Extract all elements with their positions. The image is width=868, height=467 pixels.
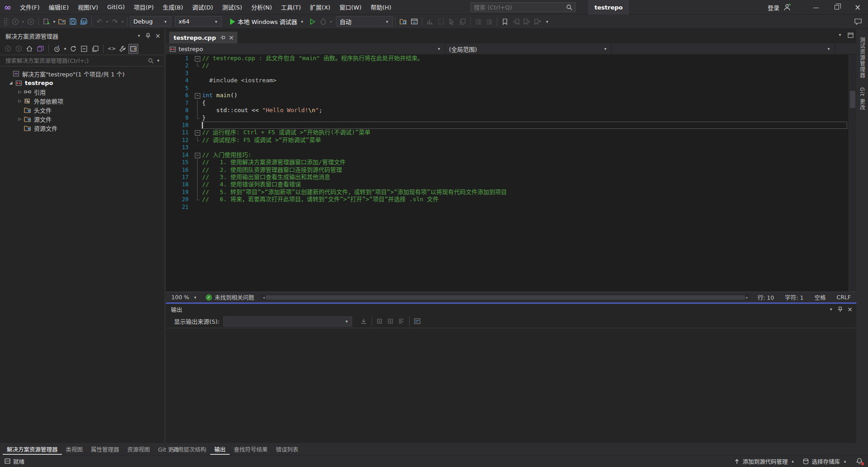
scrollbar-thumb[interactable] xyxy=(850,91,855,108)
save-icon[interactable] xyxy=(67,16,78,27)
window-position-dropdown[interactable]: ▾ xyxy=(137,33,141,38)
scroll-right-icon[interactable]: ▸ xyxy=(745,294,750,301)
code-line-19[interactable]: 19// 5. 转到“项目”>“添加新项”以创建新的代码文件，或转到“项目”>“… xyxy=(166,189,856,196)
menu-item-6[interactable]: 调试(D) xyxy=(188,0,217,14)
expander-collapsed-icon[interactable]: ▷ xyxy=(16,90,24,94)
code-line-3[interactable]: 3 xyxy=(166,70,856,77)
window-position-dropdown[interactable]: ▾ xyxy=(829,307,833,311)
tree-item-4[interactable]: 头文件 xyxy=(0,105,164,114)
code-line-21[interactable]: 21 xyxy=(166,203,856,211)
filter-dropdown[interactable]: ▾ xyxy=(63,47,67,51)
code-line-20[interactable]: 20// 6. 将来，若要再次打开此项目，请转到“文件”>“打开”>“项目”并选… xyxy=(166,196,856,203)
code-metrics-icon[interactable] xyxy=(425,16,435,27)
collapse-all-icon[interactable] xyxy=(79,44,89,54)
back-icon[interactable] xyxy=(3,44,13,54)
code-line-8[interactable]: 8 std::cout << "Hello World!\n"; xyxy=(166,107,856,114)
tree-item-0[interactable]: 解决方案"testrepo"(1 个项目/共 1 个) xyxy=(0,69,164,78)
tool-tab-2[interactable]: 属性管理器 xyxy=(87,443,123,455)
jump-to-message-icon[interactable] xyxy=(359,316,369,326)
solution-explorer-search[interactable]: ▾ xyxy=(0,55,164,66)
copy-items-icon[interactable] xyxy=(457,16,468,27)
expander-collapsed-icon[interactable]: ▷ xyxy=(16,99,24,103)
output-header[interactable]: 输出 ▾ × xyxy=(166,304,856,315)
code-line-17[interactable]: 17// 3. 使用输出窗口查看生成输出和其他消息 xyxy=(166,174,856,181)
code-line-18[interactable]: 18// 4. 使用错误列表窗口查看错误 xyxy=(166,181,856,188)
hot-reload-mode-combo[interactable]: 自动▾ xyxy=(336,16,393,27)
refresh-icon[interactable] xyxy=(68,44,78,54)
open-folder-icon[interactable] xyxy=(57,16,67,27)
solution-name-badge[interactable]: testrepo xyxy=(588,0,629,14)
output-source-combo[interactable]: ▾ xyxy=(223,316,352,326)
code-line-11[interactable]: 11// 运行程序: Ctrl + F5 或调试 >“开始执行(不调试)”菜单 xyxy=(166,129,856,136)
code-line-12[interactable]: 12// 调试程序: F5 或调试 >“开始调试”菜单 xyxy=(166,137,856,144)
menu-item-10[interactable]: 扩展(X) xyxy=(306,0,335,14)
tool-tab-0[interactable]: 解决方案资源管理器 xyxy=(3,443,62,455)
hot-reload-icon[interactable] xyxy=(318,16,329,27)
new-project-icon[interactable] xyxy=(41,16,52,27)
redo-dropdown[interactable]: ▾ xyxy=(120,19,125,24)
clear-all-icon[interactable] xyxy=(396,316,407,326)
search-input[interactable] xyxy=(474,4,566,11)
float-window-icon[interactable] xyxy=(848,33,854,38)
fold-collapse-icon[interactable] xyxy=(195,129,201,136)
code-line-16[interactable]: 16// 2. 使用团队资源管理器窗口连接到源代码管理 xyxy=(166,166,856,174)
status-indent-mode[interactable]: 空格 xyxy=(809,293,831,302)
fold-collapse-icon[interactable] xyxy=(195,151,201,159)
fold-collapse-icon[interactable] xyxy=(195,92,201,99)
close-icon[interactable]: × xyxy=(847,306,853,313)
minimize-button[interactable]: — xyxy=(806,0,826,14)
tool-tab-1[interactable]: 类视图 xyxy=(62,443,87,455)
menu-item-0[interactable]: 文件(F) xyxy=(15,0,44,14)
search-options-dropdown[interactable]: ▾ xyxy=(156,58,160,63)
document-tab-testrepo-cpp[interactable]: testrepo.cpp × xyxy=(169,32,237,43)
code-line-2[interactable]: 2// xyxy=(166,62,856,69)
pin-icon[interactable] xyxy=(838,307,843,312)
hot-reload-dropdown[interactable]: ▾ xyxy=(329,19,333,24)
scrollbar-thumb[interactable] xyxy=(266,295,745,300)
notifications-button[interactable] xyxy=(855,457,863,465)
menu-item-1[interactable]: 编辑(E) xyxy=(44,0,73,14)
tree-item-3[interactable]: ▷外部依赖项 xyxy=(0,96,164,105)
navigate-back-dropdown[interactable]: ▾ xyxy=(21,19,25,24)
document-health-indicator[interactable]: ✓ 未找到相关问题 xyxy=(201,293,259,302)
editor-vertical-scrollbar[interactable] xyxy=(849,55,856,292)
scroll-left-icon[interactable]: ◂ xyxy=(261,294,266,301)
save-all-icon[interactable] xyxy=(78,16,89,27)
quick-search-box[interactable] xyxy=(471,2,576,12)
new-project-dropdown[interactable]: ▾ xyxy=(52,19,57,24)
tree-item-2[interactable]: ▷引用 xyxy=(0,87,164,96)
tool-tab-3[interactable]: 错误列表 xyxy=(272,443,302,455)
editor-horizontal-scrollbar[interactable]: ◂ ▸ xyxy=(261,294,749,301)
pin-icon[interactable] xyxy=(220,35,225,40)
zoom-level-combo[interactable]: 100 % ▾ xyxy=(166,294,201,301)
select-repository-button[interactable]: 选择存储库 ▴ xyxy=(803,457,847,466)
close-icon[interactable]: × xyxy=(229,34,234,41)
menu-item-4[interactable]: 项目(P) xyxy=(129,0,158,14)
tool-tab-1[interactable]: 输出 xyxy=(210,443,230,455)
menu-item-11[interactable]: 窗口(W) xyxy=(335,0,366,14)
solution-search-input[interactable] xyxy=(5,57,148,64)
side-tab-0[interactable]: 测试资源管理器 xyxy=(859,33,866,83)
fold-collapse-icon[interactable] xyxy=(195,55,201,62)
pending-changes-filter-icon[interactable] xyxy=(52,44,62,54)
project-scope-combo[interactable]: testrepo ▾ xyxy=(166,43,445,54)
switch-views-icon[interactable] xyxy=(35,44,45,54)
next-bookmark-icon[interactable] xyxy=(521,16,532,27)
sign-in-button[interactable]: 登录 xyxy=(768,0,791,14)
solution-explorer-header[interactable]: 解决方案资源管理器 ▾ × xyxy=(0,29,164,42)
side-tab-1[interactable]: Git 更改 xyxy=(859,83,866,115)
menu-item-12[interactable]: 帮助(H) xyxy=(366,0,396,14)
scope-combo[interactable]: (全局范围) ▾ xyxy=(445,43,612,54)
send-feedback-icon[interactable] xyxy=(853,16,863,27)
output-body[interactable] xyxy=(166,328,856,446)
tool-tab-2[interactable]: 查找符号结果 xyxy=(230,443,272,455)
code-line-5[interactable]: 5 xyxy=(166,85,856,92)
code-line-13[interactable]: 13 xyxy=(166,144,856,151)
properties-icon[interactable] xyxy=(118,44,127,54)
background-tasks-indicator[interactable]: 就绪 xyxy=(5,457,24,466)
toggle-bookmark-icon[interactable] xyxy=(500,16,510,27)
menu-item-7[interactable]: 测试(S) xyxy=(217,0,246,14)
increase-indent-icon[interactable] xyxy=(484,16,495,27)
code-line-6[interactable]: 6int main() xyxy=(166,92,856,99)
code-line-10[interactable]: 10 xyxy=(166,122,856,129)
